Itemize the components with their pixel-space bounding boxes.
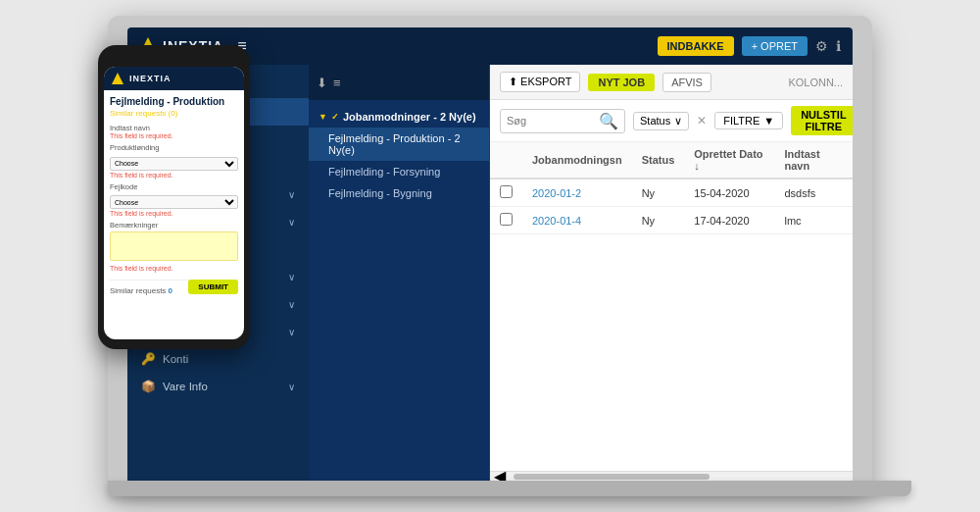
table-body: 2020-01-2 Ny 15-04-2020 dsdsfs [490,179,853,234]
phone-similar-count: 0 [169,286,172,295]
filter-label: FILTRE [723,115,760,127]
tree-child-item-1[interactable]: Fejlmelding - Forsyning [309,161,489,182]
phone-top-bar: INEXTIA [104,67,244,90]
sidebar-item-konti-label: Konti [163,353,188,365]
row0-name: dsdsfs [774,179,853,207]
table-row: 2020-01-2 Ny 15-04-2020 dsdsfs [490,179,853,207]
row1-job-link[interactable]: 2020-01-4 [532,215,581,227]
phone-field-bemark-label: Bemærkninger [110,221,238,230]
row0-job-link[interactable]: 2020-01-2 [532,187,581,199]
phone-content[interactable]: Fejlmelding - Produktion Similar request… [104,90,244,339]
row1-checkbox[interactable] [500,213,513,226]
filter-chevron-icon: ▼ [763,115,774,127]
formularer-chevron: ∨ [288,272,295,282]
afvis-button[interactable]: AFVIS [662,73,711,92]
phone-similar-link[interactable]: Similar requests (0) [110,109,238,118]
tree-section: ▼ ✓ Jobanmodninger - 2 Ny(e) Fejlmelding… [309,100,489,210]
tree-arrow-icon: ▼ [318,112,327,122]
phone-prod-select[interactable]: Choose [110,157,238,171]
job-info-chevron: ∨ [288,299,295,310]
tree-child-1-label: Fejlmelding - Forsyning [328,166,440,178]
data-toolbar: ⬆ EKSPORT NYT JOB AFVIS KOLONN... [490,65,853,100]
table-row: 2020-01-4 Ny 17-04-2020 lmc [490,207,853,234]
phone-logo-icon [112,73,123,84]
phone-field-name-label: Indtast navn [110,124,238,132]
phone-field-feil-required: This field is required. [110,210,238,217]
row0-checkbox-cell[interactable] [490,179,522,207]
phone-field-bemark-required: This field is required. [110,265,238,272]
search-box[interactable]: 🔍 [500,109,625,133]
vare-icon: 📦 [141,380,155,393]
laptop-base [108,481,911,496]
row0-date: 15-04-2020 [684,179,774,207]
row1-job-number[interactable]: 2020-01-4 [522,207,632,234]
vare-chevron: ∨ [288,382,295,392]
phone-field-feil-label: Fejlkode [110,182,238,191]
content-panel: ⬇ ≡ ▼ ✓ Jobanmodninger - 2 Ny(e) [309,65,490,481]
inbox-button[interactable]: INDBAKKE [658,36,734,56]
col-jobanmodningsn[interactable]: Jobanmodningsn [522,142,632,179]
row1-status: Ny [632,207,685,234]
row1-date: 17-04-2020 [684,207,774,234]
status-label: Status [640,115,670,127]
menu-icon-button[interactable]: ≡ [333,76,341,90]
col-status[interactable]: Status [632,142,685,179]
filter-button[interactable]: FILTRE ▼ [714,112,783,129]
sidebar-item-vare[interactable]: 📦 Vare Info ∨ [127,373,309,400]
phone-bemark-textarea[interactable] [110,231,238,261]
sidebar-item-konti[interactable]: 🔑 Konti [127,345,309,373]
konti-icon: 🔑 [141,352,155,366]
row1-checkbox-cell[interactable] [490,207,522,234]
row0-status: Ny [632,179,685,207]
tree-parent-item[interactable]: ▼ ✓ Jobanmodninger - 2 Ny(e) [309,106,489,128]
pin-icon-button[interactable]: ⬇ [317,76,327,90]
kolonner-text[interactable]: KOLONN... [788,77,843,88]
tree-child-2-label: Fejlmelding - Bygning [328,187,432,199]
phone-shell: INEXTIA Fejlmelding - Produktion Similar… [98,45,250,349]
phone-field-prod-label: Produktlønding [110,143,238,152]
close-icon[interactable]: ✕ [697,114,707,128]
horizontal-scrollbar[interactable]: ◀ [490,471,853,481]
col-checkbox [490,142,522,179]
search-input[interactable] [507,115,595,127]
data-area: ⬆ EKSPORT NYT JOB AFVIS KOLONN... 🔍 [490,65,853,481]
analytics-chevron: ∨ [288,189,295,200]
phone-feil-select[interactable]: Choose [110,195,238,209]
nulstil-filtre-button[interactable]: NULSTIL FILTRE [791,106,853,135]
col-oprettet-dato[interactable]: Oprettet Dato ↓ [684,142,774,179]
col-indtast-navn[interactable]: Indtast navn [774,142,853,179]
data-table: Jobanmodningsn Status Oprettet Dato ↓ In… [490,142,853,471]
phone-logo-text: INEXTIA [129,74,172,83]
phone-screen: INEXTIA Fejlmelding - Produktion Similar… [104,67,244,339]
phone-title: Fejlmelding - Produktion [110,96,238,107]
tree-parent-label: Jobanmodninger - 2 Ny(e) [343,111,476,123]
tree-child-item-0[interactable]: Fejlmelding - Produktion - 2 Ny(e) [309,128,489,161]
table-header: Jobanmodningsn Status Oprettet Dato ↓ In… [490,142,853,179]
create-button[interactable]: + OPRET [742,36,808,56]
phone-field-name-required: This field is required. [110,132,238,139]
status-dropdown[interactable]: Status ∨ [633,112,689,130]
scroll-left-arrow-icon[interactable]: ◀ [494,467,506,481]
row1-name: lmc [774,207,853,234]
tree-check-icon: ✓ [331,112,339,122]
phone-submit-button[interactable]: SUBMIT [188,280,238,294]
ny-job-button[interactable]: NYT JOB [588,74,655,91]
search-icon: 🔍 [599,112,618,130]
sidebar-item-vare-label: Vare Info [163,381,208,392]
phone-notch [155,55,194,63]
info-icon-button[interactable]: ℹ [836,38,841,54]
row0-checkbox[interactable] [500,185,513,198]
bruger-chevron: ∨ [288,217,295,228]
row0-job-number[interactable]: 2020-01-2 [522,179,632,207]
tree-child-item-2[interactable]: Fejlmelding - Bygning [309,182,489,204]
laptop-wrapper: INEXTIA Fejlmelding - Produktion Similar… [108,16,872,496]
scroll-thumb[interactable] [514,474,710,480]
settings-icon-button[interactable]: ⚙ [815,38,828,54]
scene: INEXTIA Fejlmelding - Produktion Similar… [108,16,872,496]
export-button[interactable]: ⬆ EKSPORT [500,72,580,92]
status-chevron-icon: ∨ [674,115,682,128]
search-filter-row: 🔍 Status ∨ ✕ FILTRE ▼ [490,100,853,142]
komponent-chevron: ∨ [288,327,295,337]
jobs-table: Jobanmodningsn Status Oprettet Dato ↓ In… [490,142,853,234]
content-top-bar: ⬇ ≡ [309,65,489,100]
